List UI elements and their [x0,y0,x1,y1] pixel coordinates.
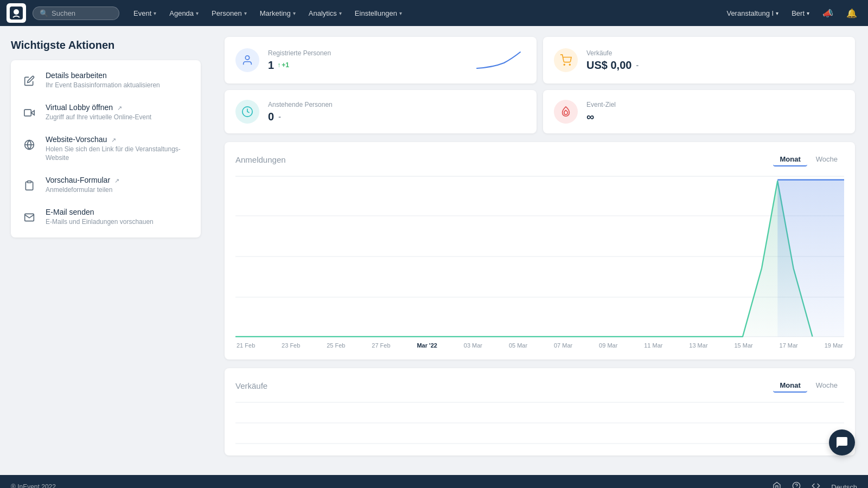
action-form[interactable]: Vorschau-Formular ↗ Anmeldeformular teil… [11,169,201,201]
clock-icon [235,100,259,124]
stat-registered-label: Registrierte Personen [268,49,463,57]
chevron-down-icon: ▾ [244,10,247,16]
nav-item-event[interactable]: Event ▾ [128,6,162,21]
action-details-desc: Ihr Event Basisinformation aktualisieren [46,81,191,90]
veranstaltung-selector[interactable]: Veranstaltung I ▾ [722,7,783,20]
x-label-8: 09 Mar [599,342,617,349]
left-sidebar: Wichtigste Aktionen Details bearbeiten I… [0,26,212,475]
edit-icon [21,72,38,89]
video-icon [21,104,38,121]
action-form-title: Vorschau-Formular ↗ [46,176,191,184]
flame-icon [554,100,578,124]
chart-anmeldungen-svg [235,175,844,338]
stat-card-sales: Verkäufe US$ 0,00 - [543,37,855,84]
external-link-icon: ↗ [111,137,116,143]
chevron-down-icon: ▾ [196,10,199,16]
x-label-5: 03 Mar [464,342,482,349]
x-label-3: 27 Feb [372,342,390,349]
help-icon[interactable] [792,481,801,488]
external-link-icon: ↗ [114,177,119,184]
svg-point-19 [793,482,800,488]
action-email[interactable]: E-Mail senden E-Mails und Einladungen vo… [11,201,201,233]
stat-pending-value: 0 - [268,111,526,123]
x-label-2: 25 Feb [327,342,345,349]
action-form-desc: Anmeldeformular teilen [46,185,191,195]
chart-anmeldungen-title: Anmeldungen [235,155,286,164]
footer: ® InEvent 2022 Deutsch [0,475,868,488]
nav-item-einstellungen[interactable]: Einstellungen ▾ [349,6,407,21]
clipboard-icon [21,177,38,194]
action-details[interactable]: Details bearbeiten Ihr Event Basisinform… [11,65,201,97]
nav-item-personen[interactable]: Personen ▾ [206,6,252,21]
chart-anmeldungen: Anmeldungen Monat Woche [225,142,855,359]
action-website[interactable]: Website-Vorschau ↗ Holen Sie sich den Li… [11,129,201,170]
notification-bell-icon[interactable]: 🔔 [842,6,861,21]
code-icon[interactable] [812,481,820,488]
x-label-6: 05 Mar [509,342,527,349]
chart-anmeldungen-tabs: Monat Woche [773,153,844,166]
nav-item-analytics[interactable]: Analytics ▾ [303,6,347,21]
stat-sales-value: US$ 0,00 - [586,59,844,72]
chevron-down-icon: ▾ [399,10,402,16]
stat-sales-label: Verkäufe [586,49,844,57]
action-lobby-title: Virtual Lobby öffnen ↗ [46,103,191,112]
globe-icon [21,136,38,153]
svg-marker-2 [31,111,34,115]
stat-card-registered: Registrierte Personen 1 ↑ +1 [225,37,537,84]
language-selector[interactable]: Deutsch [831,483,857,489]
person-icon [235,48,259,72]
x-label-4: Mar '22 [417,342,437,349]
action-lobby[interactable]: Virtual Lobby öffnen ↗ Zugriff auf Ihre … [11,97,201,129]
svg-point-7 [245,56,249,60]
tab-monat-anmeldungen[interactable]: Monat [773,153,807,166]
nav-item-agenda[interactable]: Agenda ▾ [164,6,204,21]
sidebar-title: Wichtigste Aktionen [11,39,201,52]
search-box[interactable]: 🔍 [33,7,119,20]
chevron-down-icon: ▾ [339,10,342,16]
x-label-12: 17 Mar [780,342,798,349]
action-email-desc: E-Mails und Einladungen vorschauen [46,217,191,227]
svg-point-8 [564,64,565,65]
nav-right: Veranstaltung I ▾ Bert ▾ 📣 🔔 [722,6,861,21]
logo[interactable] [7,3,26,23]
nav-item-marketing[interactable]: Marketing ▾ [254,6,301,21]
stat-pending-label: Anstehende Personen [268,101,526,108]
x-label-13: 19 Mar [825,342,843,349]
chevron-down-icon: ▾ [154,10,156,16]
footer-right: Deutsch [773,481,857,488]
chat-button[interactable] [829,429,855,455]
mini-chart-registered [471,47,526,74]
chart-verkaeufe-area [235,401,844,445]
home-icon[interactable] [773,481,781,488]
user-menu[interactable]: Bert ▾ [787,7,814,20]
svg-rect-6 [28,181,31,183]
search-input[interactable] [52,9,112,17]
action-details-title: Details bearbeiten [46,71,191,80]
megaphone-icon[interactable]: 📣 [818,6,838,21]
right-content: Registrierte Personen 1 ↑ +1 [212,26,868,475]
x-label-0: 21 Feb [237,342,255,349]
tab-woche-anmeldungen[interactable]: Woche [809,153,844,166]
x-label-9: 11 Mar [644,342,662,349]
chart-verkaeufe-title: Verkäufe [235,381,267,390]
actions-card: Details bearbeiten Ihr Event Basisinform… [11,60,201,237]
footer-copyright: ® InEvent 2022 [11,483,56,488]
chart-verkaeufe: Verkäufe Monat Woche [225,368,855,455]
stat-goal-label: Event-Ziel [586,101,844,108]
mail-icon [21,209,38,226]
stat-registered-change: ↑ +1 [277,61,289,69]
x-label-11: 15 Mar [734,342,752,349]
chevron-down-icon: ▾ [293,10,296,16]
stat-card-pending: Anstehende Personen 0 - [225,90,537,133]
stat-card-goal: Event-Ziel ∞ [543,90,855,133]
stat-cards-grid: Registrierte Personen 1 ↑ +1 [225,37,855,133]
tab-woche-verkaeufe[interactable]: Woche [809,379,844,393]
x-label-10: 13 Mar [689,342,707,349]
svg-point-9 [569,64,570,65]
chart-x-labels: 21 Feb 23 Feb 25 Feb 27 Feb Mar '22 03 M… [235,342,844,349]
tab-monat-verkaeufe[interactable]: Monat [773,379,807,393]
chevron-down-icon: ▾ [807,10,809,16]
action-website-title: Website-Vorschau ↗ [46,135,191,144]
chevron-down-icon: ▾ [776,10,778,16]
chart-verkaeufe-svg [235,401,844,445]
